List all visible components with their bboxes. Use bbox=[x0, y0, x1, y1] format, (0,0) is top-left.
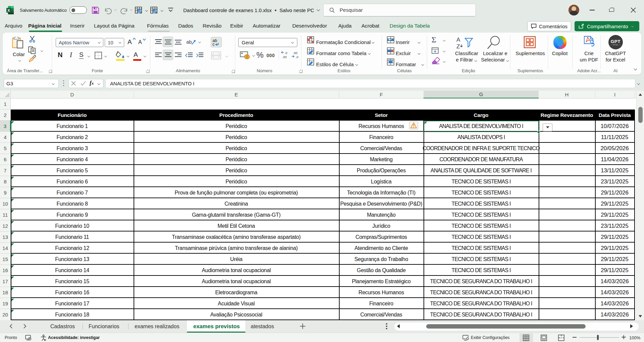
svg-text:X: X bbox=[7, 8, 10, 12]
svg-text:Z: Z bbox=[456, 43, 460, 49]
svg-text:ab: ab bbox=[186, 39, 192, 45]
svg-text:A: A bbox=[456, 37, 460, 43]
svg-text:c: c bbox=[212, 42, 214, 46]
svg-text:.00: .00 bbox=[293, 51, 297, 55]
svg-text:,0: ,0 bbox=[296, 55, 298, 59]
svg-text:.0: .0 bbox=[285, 51, 287, 55]
svg-text:.00: .00 bbox=[282, 55, 287, 59]
